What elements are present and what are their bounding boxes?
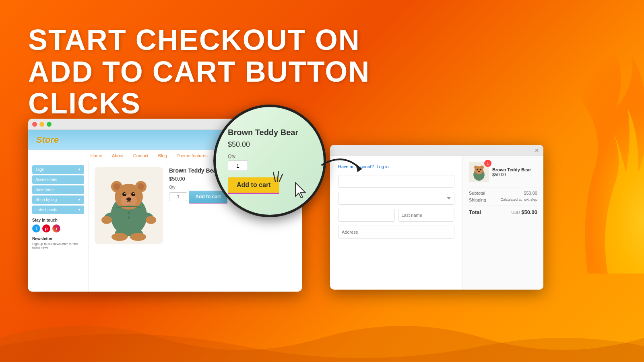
main-title: START CHECKOUT ON ADD TO CART BUTTON CLI… [28,24,370,120]
svg-point-14 [101,216,112,224]
nav-about[interactable]: About [112,153,124,158]
magnify-qty-label: Qty [228,154,235,159]
newsletter-text: Sign up to our newsletter for the latest… [32,242,84,249]
checkout-divider [469,187,537,187]
magnify-add-to-cart-button[interactable]: Add to cart [228,177,279,194]
svg-point-33 [478,171,480,172]
svg-marker-25 [356,164,362,172]
address-input[interactable] [338,226,454,239]
total-label: Total [469,209,481,215]
svg-line-22 [273,172,275,181]
svg-point-20 [128,212,130,214]
checkout-item-details: Brown Teddy Bear $50.00 [492,167,537,177]
item-quantity-badge: 1 [484,160,491,167]
subtotal-row: Subtotal $50.00 [469,191,537,195]
sidebar-item-accessories[interactable]: Accessories [32,175,84,184]
checkout-item: 1 Brown Teddy Bear $50.00 [469,162,537,182]
magnify-qty-input[interactable] [228,160,248,171]
svg-point-32 [480,169,481,171]
social-icons: t p i [32,224,84,232]
flow-arrow-icon [318,149,366,181]
maximize-dot[interactable] [47,122,52,127]
nav-blog[interactable]: Blog [158,153,167,158]
svg-point-3 [114,183,120,190]
last-name-input[interactable] [398,209,455,222]
svg-point-31 [477,169,478,171]
total-row: Total USD $50.00 [469,209,537,215]
magnify-circle: Brown Teddy Bear $50.00 Qty Add to cart [213,105,326,217]
svg-point-29 [480,165,484,169]
svg-line-23 [277,172,279,181]
svg-point-5 [138,183,144,190]
svg-line-24 [279,174,283,181]
svg-point-10 [133,193,134,194]
checkout-summary: 1 Brown Teddy Bear $50.00 Subtotal $50.0… [463,156,543,290]
magnify-price: $50.00 [228,140,250,149]
nav-theme-features[interactable]: Theme features [177,153,208,158]
sidebar-item-shop-by-tag[interactable]: Shop by tag [32,195,84,204]
title-line2: ADD TO CART BUTTON CLICKS [28,56,370,119]
checkout-divider-2 [469,206,537,206]
name-row [338,209,454,222]
svg-point-11 [126,197,131,201]
svg-point-7 [122,192,126,196]
twitter-icon[interactable]: t [32,224,40,232]
country-select[interactable] [338,192,454,205]
svg-point-19 [130,233,146,241]
minimize-dot[interactable] [39,122,44,127]
cursor-arrow-icon [294,182,308,200]
instagram-icon[interactable]: i [52,224,60,232]
nav-contact[interactable]: Contact [133,153,149,158]
checkout-item-name: Brown Teddy Bear [492,167,537,172]
svg-point-9 [124,193,126,194]
shipping-label: Shipping [469,197,486,202]
sidebar-item-latest-posts[interactable]: Latest posts [32,206,84,214]
shipping-row: Shipping Calculated at next step [469,197,537,202]
close-dot[interactable] [32,122,37,127]
add-to-cart-button[interactable]: Add to cart [189,191,227,204]
svg-point-18 [111,233,128,241]
shipping-value: Calculated at next step [500,197,537,202]
first-name-input[interactable] [338,209,395,222]
product-image [95,167,163,244]
checkout-close-icon[interactable]: ✕ [535,147,539,154]
stay-in-touch-label: Stay in touch [32,218,84,222]
sidebar-item-sale[interactable]: Sale Items [32,185,84,194]
title-line1: START CHECKOUT ON [28,24,370,56]
checkout-item-price: $50.00 [492,172,537,177]
sidebar-item-tags[interactable]: Tags [32,165,84,174]
svg-point-8 [131,192,135,196]
subtotal-label: Subtotal [469,191,485,195]
svg-point-21 [128,216,130,219]
newsletter-label: Newsletter [32,237,84,241]
total-value: USD $50.00 [511,209,537,215]
subtotal-value: $50.00 [524,191,537,195]
svg-point-15 [146,216,156,224]
qty-input[interactable] [169,192,187,201]
store-sidebar: Tags Accessories Sale Items Shop by tag … [28,161,89,292]
checkout-item-image-wrap: 1 [469,162,489,182]
store-logo: Store [36,135,59,145]
pinterest-icon[interactable]: p [42,224,50,232]
nav-home[interactable]: Home [91,153,102,158]
svg-point-28 [474,165,478,169]
magnify-product-title: Brown Teddy Bear [228,128,298,137]
